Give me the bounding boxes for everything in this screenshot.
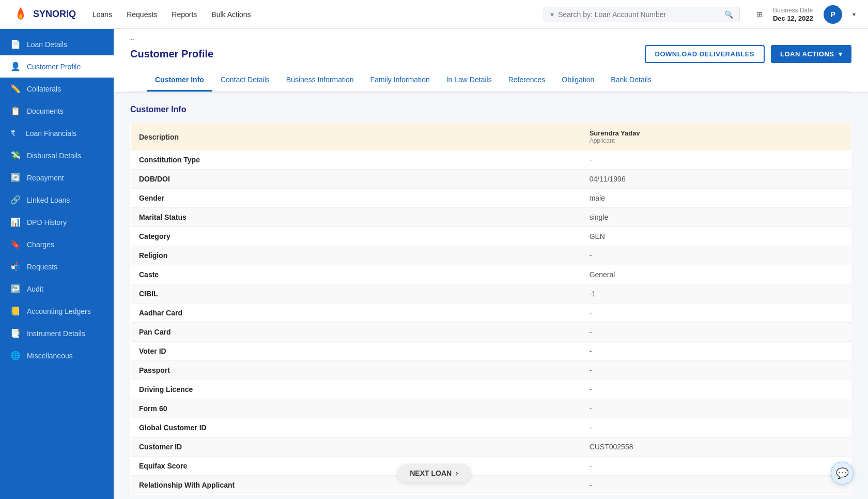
sidebar-item-loan-details[interactable]: 📄 Loan Details — [0, 33, 114, 55]
business-date: Business Date Dec 12, 2022 — [773, 7, 813, 22]
row-value: - — [581, 246, 851, 265]
tab-business-information[interactable]: Business Information — [278, 69, 362, 92]
row-label: CIBIL — [131, 284, 581, 304]
row-value: CUST002558 — [581, 437, 851, 457]
sidebar-label-audit: Audit — [27, 285, 43, 293]
table-row: DOB/DOI 04/11/1996 — [131, 170, 851, 189]
collaterals-icon: ✏️ — [10, 84, 21, 94]
search-input[interactable] — [558, 10, 720, 19]
customer-info-section-title: Customer Info — [130, 105, 851, 114]
sidebar-label-disbursal-details: Disbursal Details — [27, 152, 81, 160]
sidebar-label-repayment: Repayment — [27, 174, 64, 182]
customer-profile-icon: 👤 — [10, 62, 21, 71]
page-header: -- Customer Profile DOWNLOAD DELIVERABLE… — [114, 29, 868, 93]
row-label: Religion — [131, 246, 581, 265]
repayment-icon: 🔄 — [10, 173, 21, 183]
sidebar-label-documents: Documents — [27, 107, 64, 115]
tab-references[interactable]: References — [500, 69, 554, 92]
row-label: Caste — [131, 265, 581, 284]
row-value: 04/11/1996 — [581, 170, 851, 189]
loan-actions-chevron: ▾ — [839, 50, 843, 58]
row-label: Pan Card — [131, 323, 581, 342]
audit-icon: ↩️ — [10, 284, 21, 294]
row-value: single — [581, 208, 851, 227]
sidebar-label-loan-financials: Loan Financials — [26, 129, 76, 138]
nav-requests[interactable]: Requests — [127, 10, 157, 19]
row-label: Passport — [131, 361, 581, 380]
row-label: Equifax Score — [131, 457, 581, 476]
sidebar-item-documents[interactable]: 📋 Documents — [0, 100, 114, 122]
row-value: - — [581, 380, 851, 399]
loan-actions-button[interactable]: LOAN ACTIONS ▾ — [771, 45, 851, 63]
table-row: Aadhar Card - — [131, 304, 851, 323]
nav-loans[interactable]: Loans — [92, 10, 112, 19]
logo-text: SYNORIQ — [33, 9, 76, 20]
grid-icon[interactable]: ⊞ — [756, 10, 763, 19]
tab-bank-details[interactable]: Bank Details — [602, 69, 660, 92]
loan-details-icon: 📄 — [10, 39, 21, 49]
header-actions: DOWNLOAD DELIVERABLES LOAN ACTIONS ▾ — [645, 45, 851, 63]
logo[interactable]: SYNORIQ — [12, 6, 76, 23]
sidebar-item-dpd-history[interactable]: 📊 DPD History — [0, 211, 114, 233]
sidebar-label-collaterals: Collaterals — [27, 85, 61, 93]
tab-contact-details[interactable]: Contact Details — [212, 69, 278, 92]
sidebar: 📄 Loan Details 👤 Customer Profile ✏️ Col… — [0, 29, 114, 499]
row-value: - — [581, 476, 851, 495]
main-content: -- Customer Profile DOWNLOAD DELIVERABLE… — [114, 29, 868, 499]
row-value: GEN — [581, 227, 851, 246]
next-loan-button[interactable]: NEXT LOAN › — [397, 464, 471, 482]
charges-icon: 🔖 — [10, 239, 21, 249]
sidebar-item-collaterals[interactable]: ✏️ Collaterals — [0, 78, 114, 100]
sidebar-item-disbursal-details[interactable]: 💸 Disbursal Details — [0, 144, 114, 167]
sidebar-label-accounting-ledgers: Accounting Ledgers — [27, 307, 91, 315]
chat-icon: 💬 — [836, 467, 849, 479]
table-row: Form 60 - — [131, 399, 851, 418]
user-avatar[interactable]: P — [824, 5, 842, 24]
top-navigation: SYNORIQ Loans Requests Reports Bulk Acti… — [0, 0, 868, 29]
sidebar-item-miscellaneous[interactable]: 🌐 Miscellaneous — [0, 344, 114, 367]
download-deliverables-button[interactable]: DOWNLOAD DELIVERABLES — [645, 45, 765, 63]
tabs: Customer InfoContact DetailsBusiness Inf… — [130, 69, 851, 92]
sidebar-item-linked-loans[interactable]: 🔗 Linked Loans — [0, 189, 114, 211]
row-value: - — [581, 304, 851, 323]
disbursal-details-icon: 💸 — [10, 150, 21, 160]
chat-fab-button[interactable]: 💬 — [831, 462, 854, 485]
row-value: - — [581, 342, 851, 361]
tab-obligation[interactable]: Obligation — [553, 69, 602, 92]
applicant-header: Surendra Yadav Applicant — [581, 123, 851, 151]
sidebar-item-charges[interactable]: 🔖 Charges — [0, 233, 114, 255]
table-row: Marital Status single — [131, 208, 851, 227]
sidebar-item-instrument-details[interactable]: 📑 Instrument Details — [0, 322, 114, 344]
nav-reports[interactable]: Reports — [172, 10, 197, 19]
search-dropdown-arrow[interactable]: ▾ — [550, 10, 554, 19]
row-label: Driving Licence — [131, 380, 581, 399]
table-row: Driving Licence - — [131, 380, 851, 399]
table-row: Relationship With Applicant - — [131, 476, 851, 495]
instrument-details-icon: 📑 — [10, 328, 21, 338]
table-row: Global Customer ID - — [131, 418, 851, 437]
row-value: - — [581, 457, 851, 476]
sidebar-item-accounting-ledgers[interactable]: 📒 Accounting Ledgers — [0, 300, 114, 322]
table-row: Gender male — [131, 189, 851, 208]
row-value: male — [581, 189, 851, 208]
sidebar-item-repayment[interactable]: 🔄 Repayment — [0, 167, 114, 189]
row-label: Gender — [131, 189, 581, 208]
documents-icon: 📋 — [10, 106, 21, 116]
sidebar-item-audit[interactable]: ↩️ Audit — [0, 278, 114, 300]
nav-bulk-actions[interactable]: Bulk Actions — [211, 10, 251, 19]
sidebar-item-requests[interactable]: 📬 Requests — [0, 255, 114, 278]
table-row: Passport - — [131, 361, 851, 380]
sidebar-label-dpd-history: DPD History — [27, 218, 67, 226]
sidebar-item-customer-profile[interactable]: 👤 Customer Profile — [0, 55, 114, 78]
search-icon[interactable]: 🔍 — [724, 10, 733, 19]
next-loan-chevron: › — [456, 469, 458, 477]
table-row: CIBIL -1 — [131, 284, 851, 304]
search-bar[interactable]: ▾ 🔍 — [544, 7, 740, 22]
sidebar-label-instrument-details: Instrument Details — [27, 329, 85, 338]
tab-family-information[interactable]: Family Information — [362, 69, 438, 92]
sidebar-item-loan-financials[interactable]: ₹ Loan Financials — [0, 122, 114, 144]
user-menu-chevron[interactable]: ▾ — [853, 11, 856, 18]
tab-in-law-details[interactable]: In Law Details — [438, 69, 500, 92]
row-label: Relationship With Applicant — [131, 476, 581, 495]
tab-customer-info[interactable]: Customer Info — [147, 69, 212, 92]
